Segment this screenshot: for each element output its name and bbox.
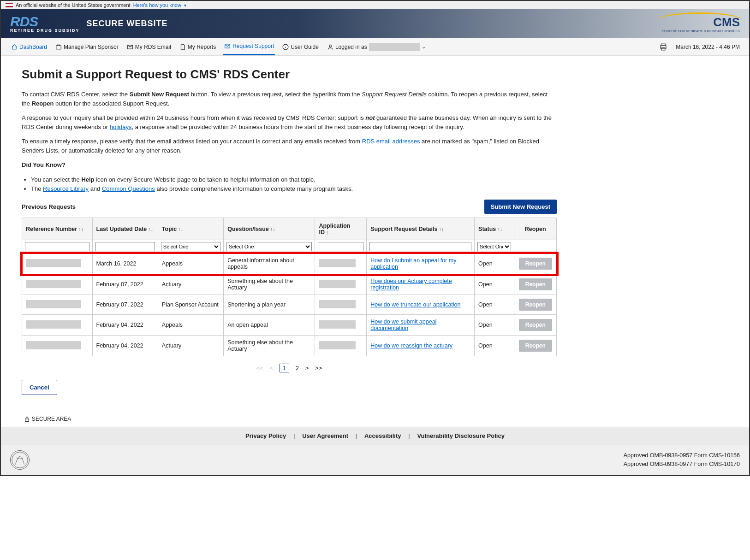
reopen-button[interactable]: Reopen <box>519 340 552 352</box>
table-row: February 07, 2022ActuarySomething else a… <box>22 274 557 295</box>
reopen-button[interactable]: Reopen <box>519 278 552 290</box>
timestamp: March 16, 2022 - 4:46 PM <box>676 44 740 50</box>
th-reopen: Reopen <box>514 218 557 240</box>
user-name-redacted <box>369 43 420 51</box>
sort-icon: ↑↓ <box>497 226 502 232</box>
privacy-link[interactable]: Privacy Policy <box>245 432 286 439</box>
reopen-button[interactable]: Reopen <box>519 258 552 270</box>
print-icon[interactable] <box>659 43 667 51</box>
app-redacted <box>319 300 356 308</box>
pagination: << < 1 2 > >> <box>22 365 557 371</box>
filter-date-input[interactable] <box>95 242 155 251</box>
requests-table: Reference Number↑↓ Last Updated Date↑↓ T… <box>22 218 557 356</box>
ref-redacted <box>26 320 81 329</box>
nav-bar: DashBoard Manage Plan Sponsor My RDS Ema… <box>1 38 749 56</box>
user-agreement-link[interactable]: User Agreement <box>302 432 348 439</box>
th-app-id[interactable]: Application ID↑↓ <box>315 218 367 240</box>
filter-question-select[interactable]: Select One <box>226 242 312 251</box>
footer-bottom: Approved OMB-0938-0957 Form CMS-10156 Ap… <box>1 445 749 475</box>
cell-topic: Appeals <box>158 253 223 274</box>
reopen-button[interactable]: Reopen <box>519 319 552 331</box>
nav-email[interactable]: My RDS Email <box>126 38 172 55</box>
ref-redacted <box>26 341 81 349</box>
secure-website-label: SECURE WEBSITE <box>87 19 168 29</box>
vulnerability-link[interactable]: Vulnerability Disclosure Policy <box>417 432 505 439</box>
gov-link[interactable]: Here's how you know <box>133 2 181 8</box>
nav-reports[interactable]: My Reports <box>179 38 217 55</box>
table-row: February 07, 2022Plan Sponsor AccountSho… <box>22 295 557 315</box>
cell-topic: Plan Sponsor Account <box>158 295 223 315</box>
nav-dashboard[interactable]: DashBoard <box>10 38 48 55</box>
cms-sub: CENTERS FOR MEDICARE & MEDICAID SERVICES <box>662 29 740 33</box>
intro-p2: A response to your inquiry shall be prov… <box>22 113 557 131</box>
filter-reference-input[interactable] <box>25 242 89 251</box>
nav-guide[interactable]: User Guide <box>281 38 320 55</box>
chevron-down-icon[interactable]: ▾ <box>184 3 186 8</box>
page-last[interactable]: >> <box>315 365 322 371</box>
svg-rect-0 <box>56 46 61 49</box>
cell-date: February 04, 2022 <box>92 315 158 336</box>
secure-area-label: SECURE AREA <box>1 416 749 427</box>
filter-details-input[interactable] <box>369 242 471 251</box>
cms-logo: CMS <box>662 15 740 29</box>
accessibility-link[interactable]: Accessibility <box>364 432 401 439</box>
th-details[interactable]: Support Request Details↑↓ <box>367 218 475 240</box>
details-link[interactable]: How does our Actuary complete registrati… <box>370 278 452 291</box>
common-questions-link[interactable]: Common Questions <box>102 185 155 192</box>
page-title: Submit a Support Request to CMS' RDS Cen… <box>22 67 557 82</box>
app-redacted <box>319 320 356 329</box>
nav-manage[interactable]: Manage Plan Sponsor <box>54 38 119 55</box>
filter-topic-select[interactable]: Select One <box>161 242 220 251</box>
intro-p3: To ensure a timely response, please veri… <box>22 137 557 155</box>
th-reference[interactable]: Reference Number↑↓ <box>22 218 93 240</box>
page-next[interactable]: > <box>305 365 309 371</box>
brand-bar: RDS RETIREE DRUG SUBSIDY SECURE WEBSITE … <box>1 9 749 38</box>
gov-banner: An official website of the United States… <box>1 1 749 9</box>
ref-redacted <box>26 259 81 267</box>
filter-app-input[interactable] <box>318 242 363 251</box>
cell-status: Open <box>475 336 514 356</box>
th-topic[interactable]: Topic↑↓ <box>158 218 223 240</box>
previous-requests-label: Previous Requests <box>22 203 76 210</box>
cell-date: February 07, 2022 <box>92 274 158 295</box>
mail-icon <box>127 44 133 50</box>
chevron-down-icon: ⌄ <box>422 44 426 50</box>
user-icon <box>327 44 333 50</box>
details-link[interactable]: How do we reassign the actuary <box>370 342 452 349</box>
nav-support[interactable]: Request Support <box>223 38 275 55</box>
ref-redacted <box>26 300 81 308</box>
details-link[interactable]: How do I submit an appeal for my applica… <box>370 257 456 270</box>
svg-point-9 <box>12 452 28 468</box>
nav-logged-in[interactable]: Logged in as ⌄ <box>326 38 427 55</box>
rds-email-link[interactable]: RDS email addresses <box>362 138 420 145</box>
details-link[interactable]: How do we truncate our application <box>370 301 460 308</box>
cell-topic: Actuary <box>158 336 223 356</box>
th-date[interactable]: Last Updated Date↑↓ <box>92 218 158 240</box>
sort-icon: ↑↓ <box>439 226 444 232</box>
cancel-button[interactable]: Cancel <box>22 380 57 395</box>
omb-2: Approved OMB-0938-0977 Form CMS-10170 <box>624 460 740 469</box>
main-content: Submit a Support Request to CMS' RDS Cen… <box>1 56 577 402</box>
sort-icon: ↑↓ <box>78 226 83 232</box>
details-link[interactable]: How do we submit appeal documentation <box>370 318 436 331</box>
th-status[interactable]: Status↑↓ <box>475 218 514 240</box>
home-icon <box>11 44 18 50</box>
cell-status: Open <box>475 315 514 336</box>
page-2[interactable]: 2 <box>296 365 299 371</box>
app-redacted <box>319 259 356 267</box>
holidays-link[interactable]: holidays <box>110 124 132 130</box>
rds-logo: RDS RETIREE DRUG SUBSIDY <box>10 15 80 33</box>
hhs-logo <box>10 450 30 470</box>
th-question[interactable]: Question/Issue↑↓ <box>224 218 315 240</box>
app-redacted <box>319 341 356 349</box>
svg-rect-8 <box>25 419 29 421</box>
submit-new-request-button[interactable]: Submit New Request <box>484 200 557 214</box>
resource-library-link[interactable]: Resource Library <box>43 185 89 192</box>
us-flag-icon <box>6 3 13 7</box>
filter-status-select[interactable]: Select One <box>477 242 511 251</box>
dyk-item-1: You can select the Help icon on every Se… <box>31 175 557 185</box>
page-1[interactable]: 1 <box>280 364 289 372</box>
reopen-button[interactable]: Reopen <box>519 299 552 311</box>
document-icon <box>179 44 186 50</box>
cell-topic: Appeals <box>158 315 223 336</box>
